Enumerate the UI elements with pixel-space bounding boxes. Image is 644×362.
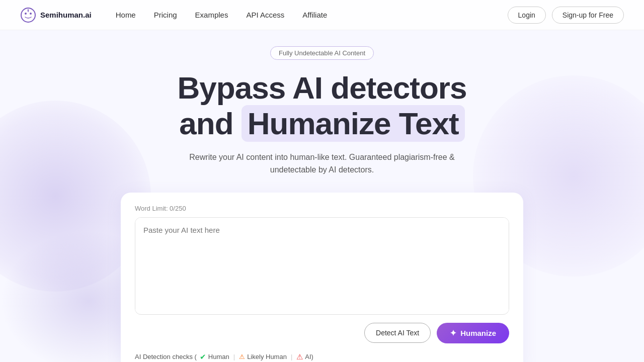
humanize-plus-icon: ✦ — [450, 328, 456, 338]
svg-point-3 — [28, 9, 29, 11]
textarea-wrapper — [135, 217, 509, 315]
hero-title: Bypass AI detectors and Humanize Text — [178, 70, 467, 142]
detection-ai: ⚠ AI) — [296, 352, 313, 361]
ai-detection-bar: AI Detection checks ( ✔ Human | ⚠ Likely… — [135, 349, 509, 361]
detection-ai-label: AI) — [305, 353, 313, 360]
navbar: Semihuman.ai Home Pricing Examples API A… — [0, 0, 644, 30]
logo[interactable]: Semihuman.ai — [20, 7, 92, 23]
humanize-button[interactable]: ✦ Humanize — [437, 323, 509, 343]
detect-ai-text-button[interactable]: Detect AI Text — [364, 323, 431, 343]
detection-bar-label: AI Detection checks ( — [135, 353, 197, 360]
signup-button[interactable]: Sign-up for Free — [552, 7, 624, 24]
svg-point-1 — [25, 13, 27, 15]
detection-human: ✔ Human — [200, 352, 229, 361]
logo-icon — [20, 7, 36, 23]
orange-warning-icon: ⚠ — [239, 353, 245, 360]
hero-badge: Fully Undetectable AI Content — [270, 46, 374, 60]
svg-point-2 — [30, 13, 32, 15]
nav-home[interactable]: Home — [116, 11, 136, 19]
ai-text-input[interactable] — [135, 218, 509, 312]
nav-api-access[interactable]: API Access — [246, 11, 284, 19]
nav-affiliate[interactable]: Affiliate — [302, 11, 327, 19]
detection-likely-human: ⚠ Likely Human — [239, 353, 287, 360]
green-check-icon: ✔ — [200, 352, 206, 361]
card-actions: Detect AI Text ✦ Humanize — [135, 323, 509, 343]
nav-examples[interactable]: Examples — [195, 11, 228, 19]
word-limit-label: Word Limit: 0/250 — [135, 205, 509, 212]
nav-links: Home Pricing Examples API Access Affilia… — [116, 11, 508, 19]
hero-subtitle: Rewrite your AI content into human-like … — [171, 151, 473, 176]
red-alert-icon: ⚠ — [296, 352, 303, 361]
logo-text: Semihuman.ai — [40, 11, 92, 19]
login-button[interactable]: Login — [508, 7, 546, 24]
detection-human-label: Human — [208, 353, 229, 360]
hero-highlight: Humanize Text — [242, 105, 465, 142]
nav-actions: Login Sign-up for Free — [508, 7, 624, 24]
nav-pricing[interactable]: Pricing — [154, 11, 177, 19]
humanize-label: Humanize — [460, 329, 496, 337]
main-card: Word Limit: 0/250 Detect AI Text ✦ Human… — [121, 193, 523, 362]
main-content: Fully Undetectable AI Content Bypass AI … — [0, 30, 644, 362]
detection-likely-label: Likely Human — [247, 353, 287, 360]
